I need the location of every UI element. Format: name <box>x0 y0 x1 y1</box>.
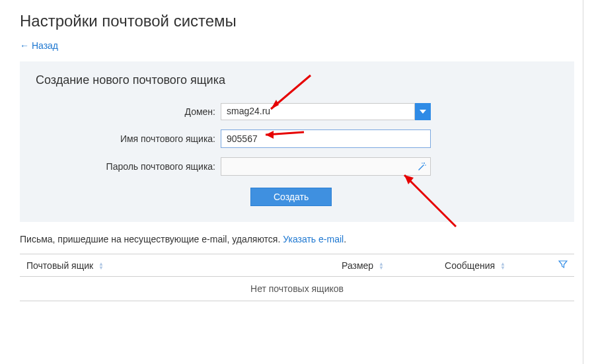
column-size[interactable]: Размер ▲▼ <box>310 254 416 277</box>
svg-point-1 <box>425 164 426 166</box>
mailbox-password-input[interactable] <box>221 157 431 176</box>
mailbox-name-label: Имя почтового ящика: <box>36 133 221 144</box>
page-title: Настройки почтовой системы <box>20 12 574 30</box>
column-mailbox[interactable]: Почтовый ящик ▲▼ <box>20 254 310 277</box>
domain-select[interactable]: smag24.ru <box>221 103 431 120</box>
svg-point-0 <box>424 163 425 164</box>
note-suffix: . <box>344 234 346 244</box>
column-size-label: Размер <box>342 260 373 271</box>
mailboxes-table: Почтовый ящик ▲▼ Размер ▲▼ Сообщения ▲▼ <box>20 254 574 301</box>
table-empty-row: Нет почтовых ящиков <box>20 277 574 301</box>
mailbox-name-input[interactable] <box>221 129 431 148</box>
back-link[interactable]: ← Назад <box>20 40 58 51</box>
column-messages-label: Сообщения <box>445 260 495 271</box>
column-messages[interactable]: Сообщения ▲▼ <box>416 254 535 277</box>
domain-select-value: smag24.ru <box>221 103 415 120</box>
create-mailbox-panel: Создание нового почтового ящика Домен: s… <box>20 61 574 222</box>
note-prefix: Письма, пришедшие на несуществующие e-ma… <box>20 234 283 244</box>
column-mailbox-label: Почтовый ящик <box>26 260 93 271</box>
table-empty-text: Нет почтовых ящиков <box>20 277 574 301</box>
mailbox-password-label: Пароль почтового ящика: <box>36 161 221 172</box>
svg-point-2 <box>422 163 423 164</box>
note-text: Письма, пришедшие на несуществующие e-ma… <box>20 234 574 244</box>
sort-icon[interactable]: ▲▼ <box>379 262 384 270</box>
svg-marker-8 <box>404 175 414 184</box>
create-button[interactable]: Создать <box>250 188 332 206</box>
specify-email-link[interactable]: Указать e-mail <box>283 234 344 244</box>
panel-title: Создание нового почтового ящика <box>36 73 558 87</box>
sort-icon[interactable]: ▲▼ <box>500 262 505 270</box>
domain-label: Домен: <box>36 106 221 117</box>
generate-password-icon[interactable] <box>416 161 427 172</box>
sort-icon[interactable]: ▲▼ <box>98 262 104 270</box>
filter-icon[interactable] <box>558 260 568 271</box>
chevron-down-icon[interactable] <box>415 103 431 120</box>
